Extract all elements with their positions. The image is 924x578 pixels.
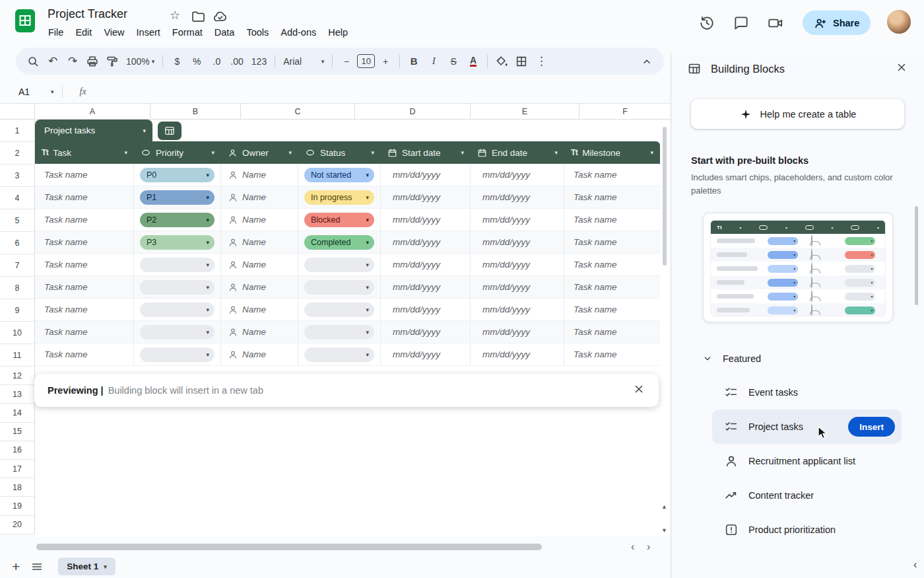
status-cell[interactable]: ▾ bbox=[298, 321, 381, 343]
column-header-b[interactable]: B bbox=[150, 104, 241, 119]
row-header[interactable]: 13 bbox=[0, 385, 34, 404]
row-header[interactable]: 2 bbox=[0, 142, 34, 164]
start-date-cell[interactable]: mm/dd/yyyy bbox=[381, 209, 471, 231]
row-header[interactable]: 19 bbox=[0, 497, 34, 515]
table-header-milestone[interactable]: TtMilestone▾ bbox=[564, 141, 660, 164]
owner-cell[interactable]: Name bbox=[221, 299, 298, 321]
table-header-owner[interactable]: Owner▾ bbox=[221, 141, 298, 164]
owner-cell[interactable]: Name bbox=[221, 231, 298, 254]
column-menu-caret-icon[interactable]: ▾ bbox=[554, 149, 558, 156]
table-header-task[interactable]: TtTask▾ bbox=[35, 141, 134, 164]
priority-cell[interactable]: P2▾ bbox=[134, 209, 221, 231]
column-header-f[interactable]: F bbox=[579, 104, 671, 119]
fill-color-button[interactable] bbox=[492, 52, 511, 71]
increase-font-size-button[interactable]: + bbox=[376, 52, 395, 71]
sheets-logo[interactable] bbox=[15, 9, 36, 33]
end-date-cell[interactable]: mm/dd/yyyy bbox=[471, 164, 564, 186]
priority-chip[interactable]: P0▾ bbox=[140, 168, 214, 182]
owner-cell[interactable]: Name bbox=[221, 343, 298, 366]
vertical-scrollbar[interactable] bbox=[663, 127, 667, 266]
row-header[interactable]: 9 bbox=[0, 299, 34, 322]
status-chip[interactable]: ▾ bbox=[304, 325, 374, 340]
sidebar-item-content-tracker[interactable]: Content tracker bbox=[712, 478, 902, 513]
decrease-decimals-button[interactable]: .0 bbox=[207, 52, 226, 71]
menu-tools[interactable]: Tools bbox=[240, 24, 275, 41]
start-date-cell[interactable]: mm/dd/yyyy bbox=[381, 276, 471, 299]
status-cell[interactable]: Not started▾ bbox=[298, 164, 381, 186]
status-cell[interactable]: ▾ bbox=[298, 343, 381, 366]
sidebar-scrollbar[interactable] bbox=[915, 206, 918, 305]
status-chip[interactable]: Completed▾ bbox=[304, 235, 374, 250]
priority-cell[interactable]: ▾ bbox=[134, 343, 221, 366]
owner-cell[interactable]: Name bbox=[221, 186, 298, 209]
start-date-cell[interactable]: mm/dd/yyyy bbox=[381, 254, 471, 276]
milestone-cell[interactable]: Task name bbox=[564, 164, 660, 186]
collapse-panel-icon[interactable]: ‹ bbox=[913, 559, 917, 571]
status-cell[interactable]: ▾ bbox=[298, 299, 381, 321]
column-menu-caret-icon[interactable]: ▾ bbox=[461, 149, 464, 156]
table-header-start-date[interactable]: Start date▾ bbox=[381, 141, 471, 164]
status-cell[interactable]: ▾ bbox=[298, 254, 381, 276]
sheet-tab-caret-icon[interactable]: ▾ bbox=[104, 563, 107, 570]
row-header[interactable]: 11 bbox=[0, 344, 34, 367]
scroll-up-icon[interactable]: ▲ bbox=[661, 503, 667, 510]
task-cell[interactable]: Task name bbox=[35, 254, 134, 276]
menu-edit[interactable]: Edit bbox=[69, 24, 98, 41]
milestone-cell[interactable]: Task name bbox=[564, 276, 660, 299]
table-header-priority[interactable]: Priority▾ bbox=[134, 141, 221, 164]
end-date-cell[interactable]: mm/dd/yyyy bbox=[471, 186, 564, 209]
table-header-status[interactable]: Status▾ bbox=[298, 141, 381, 164]
priority-cell[interactable]: P1▾ bbox=[134, 186, 221, 209]
featured-section-header[interactable]: Featured bbox=[671, 353, 924, 365]
bold-button[interactable]: B bbox=[405, 52, 423, 71]
column-header-a[interactable]: A bbox=[35, 104, 150, 119]
collapse-toolbar-button[interactable] bbox=[638, 52, 656, 71]
column-header-d[interactable]: D bbox=[355, 104, 471, 119]
start-date-cell[interactable]: mm/dd/yyyy bbox=[381, 299, 471, 321]
end-date-cell[interactable]: mm/dd/yyyy bbox=[471, 209, 564, 231]
menu-help[interactable]: Help bbox=[322, 24, 354, 41]
column-menu-caret-icon[interactable]: ▾ bbox=[371, 149, 374, 156]
document-title[interactable]: Project Tracker bbox=[48, 7, 127, 21]
scroll-right-icon[interactable]: › bbox=[647, 541, 650, 553]
task-cell[interactable]: Task name bbox=[35, 343, 134, 366]
insert-button[interactable]: Insert bbox=[848, 417, 895, 437]
more-toolbar-button[interactable]: ⋮ bbox=[532, 52, 550, 71]
task-cell[interactable]: Task name bbox=[35, 276, 134, 299]
sidebar-close-button[interactable] bbox=[895, 61, 908, 77]
row-header[interactable]: 10 bbox=[0, 322, 34, 344]
priority-chip[interactable]: ▾ bbox=[140, 303, 214, 317]
format-percent-button[interactable]: % bbox=[187, 52, 206, 71]
version-history-icon[interactable] bbox=[698, 15, 715, 32]
row-header[interactable]: 18 bbox=[0, 478, 34, 497]
increase-decimals-button[interactable]: .00 bbox=[227, 52, 246, 71]
priority-cell[interactable]: ▾ bbox=[134, 276, 221, 299]
row-header[interactable]: 20 bbox=[0, 516, 34, 534]
status-cell[interactable]: Blocked▾ bbox=[298, 209, 381, 231]
column-menu-caret-icon[interactable]: ▾ bbox=[650, 149, 653, 156]
start-date-cell[interactable]: mm/dd/yyyy bbox=[381, 186, 471, 209]
decrease-font-size-button[interactable]: − bbox=[337, 52, 356, 71]
owner-cell[interactable]: Name bbox=[221, 321, 298, 343]
priority-chip[interactable]: P2▾ bbox=[140, 213, 214, 227]
italic-button[interactable]: I bbox=[424, 52, 443, 71]
row-header[interactable]: 5 bbox=[0, 209, 34, 232]
meet-video-icon[interactable] bbox=[767, 15, 784, 32]
row-header[interactable]: 15 bbox=[0, 423, 34, 441]
priority-cell[interactable]: P3▾ bbox=[134, 231, 221, 254]
milestone-cell[interactable]: Task name bbox=[564, 186, 660, 209]
help-create-table-button[interactable]: Help me create a table bbox=[691, 99, 904, 129]
milestone-cell[interactable]: Task name bbox=[564, 231, 660, 254]
priority-chip[interactable]: ▾ bbox=[140, 325, 214, 340]
status-chip[interactable]: ▾ bbox=[304, 280, 374, 295]
task-cell[interactable]: Task name bbox=[35, 164, 134, 186]
menu-file[interactable]: File bbox=[42, 24, 69, 41]
priority-cell[interactable]: P0▾ bbox=[134, 164, 221, 186]
paint-format-button[interactable] bbox=[103, 52, 121, 71]
name-box-caret-icon[interactable]: ▾ bbox=[51, 89, 54, 95]
priority-chip[interactable]: ▾ bbox=[140, 347, 214, 362]
milestone-cell[interactable]: Task name bbox=[564, 321, 660, 343]
add-sheet-button[interactable]: + bbox=[12, 559, 20, 575]
status-cell[interactable]: ▾ bbox=[298, 276, 381, 299]
row-header[interactable]: 16 bbox=[0, 441, 34, 460]
